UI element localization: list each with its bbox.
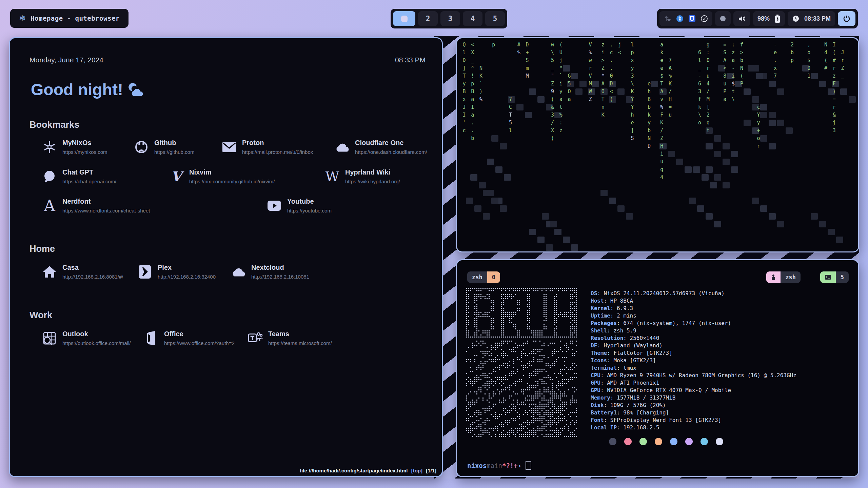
greeting-text: Good night! [31,80,123,99]
matrix-trail-block [828,229,835,235]
matrix-column: V%wrVMWZ [588,41,593,103]
matrix-trail-block [714,135,721,142]
palette-dot [670,438,677,445]
matrix-trail-block [546,244,553,251]
workspace-3[interactable]: 3 [440,11,460,26]
fastfetch-info: OS: NixOS 24.11.20240612.57d6973 (Vicuña… [591,290,796,432]
matrix-trail-block [723,159,730,165]
tmux-window-tab[interactable]: zsh 0 [467,271,500,283]
fetch-info-line: Icons: Moka [GTK2/3] [591,357,796,365]
matrix-trail-block [563,65,570,72]
bookmark-url: https://chat.openai.com/ [62,179,116,184]
fetch-info-line: Font: SFProDisplay Nerd Font 13 [GTK2/3] [591,417,796,424]
battery-status[interactable]: 98% [753,11,785,26]
bookmark-nextcloud[interactable]: Nextcloudhttp://192.168.2.16:10081 [231,264,309,280]
terminal-icon [820,271,836,283]
tray-icons-group[interactable] [659,11,712,26]
recorder-indicator[interactable] [715,11,731,26]
letter-w-icon: W [325,169,340,184]
bookmark-office[interactable]: Officehttps://www.office.com/?auth=2 [144,330,235,346]
matrix-column: 6l_-63fk\o [697,49,702,127]
matrix-trail-block [769,81,776,87]
bookmark-name: Teams [268,330,335,338]
clock-icon [792,15,800,22]
matrix-column: j< [617,41,622,57]
statusbar-tab-counter: [1/1] [426,468,436,473]
bookmark-mynixos[interactable]: MyNixOshttps://mynixos.com [42,139,107,155]
power-button[interactable] [838,11,855,26]
bookmark-url: https://www.nerdfonts.com/cheat-sheet [62,208,150,214]
matrix-column: QlD]TyBxJI'c [462,41,467,135]
house-icon [42,264,57,279]
bookmark-name: Github [154,139,194,147]
active-workspace-icon [401,16,408,22]
bookmark-hyprland-wiki[interactable]: WHyprland Wikihttps://wiki.hyprland.org/ [325,168,400,184]
bookmark-github[interactable]: Githubhttps://github.com [134,139,194,155]
matrix-trail-block [474,205,481,212]
matrix-trail-block [689,198,696,204]
fetch-info-line: OS: NixOS 24.11.20240612.57d6973 (Vicuña… [591,290,796,298]
qutebrowser-window: Monday, June 17, 2024 08:33 PM Good nigh… [9,37,443,477]
palette-dot [609,438,616,445]
workspace-4[interactable]: 4 [463,11,482,26]
bookmark-casa[interactable]: Casahttp://192.168.2.16:8081/#/ [42,264,123,280]
bookmark-url: https://www.office.com/?auth=2 [164,340,235,346]
workspace-2[interactable]: 2 [418,11,438,26]
bookmark-proton[interactable]: Protonhttps://mail.proton.me/u/0/inbox [222,139,313,155]
fetch-info-line: Local IP: 192.168.2.5 [591,424,796,432]
bookmark-name: Cloudflare One [355,139,427,147]
matrix-trail-block [483,213,490,220]
bluetooth-icon [676,15,684,22]
bookmark-chat-gpt[interactable]: Chat GPThttps://chat.openai.com/ [42,168,116,184]
fetch-info-line: Memory: 1577MiB / 31377MiB [591,394,796,402]
fastfetch-terminal-window[interactable]: zsh 0 zsh 5 OS: NixOS 24.11.20240612.57d… [456,259,859,477]
bookmark-teams[interactable]: Teamshttps://teams.microsoft.com/_ [248,330,335,346]
cmatrix-terminal-window[interactable]: QlD]TyBxJI'c<X_^!pBaIa..bNK`)%p?CT5l#%D+… [456,37,859,252]
statusbar-url: file:///home/hadi/.config/startpage/inde… [300,468,408,473]
fetch-info-line: Resolution: 868×488 [591,335,796,342]
matrix-trail-block [777,120,784,126]
shell-prompt: nixos main*?!+ › [467,461,531,470]
letter-a-icon: A [42,198,57,213]
bookmark-youtube[interactable]: Youtubehttps://youtube.com [267,198,332,214]
matrix-trail-block [676,159,683,165]
matrix-trail-block [769,112,776,118]
mail-icon [222,140,237,155]
tmux-session-pill[interactable]: 5 [820,271,849,283]
bookmark-url: https://wiki.hyprland.org/ [345,179,400,184]
workspace-1-active[interactable] [393,11,415,26]
workspace-5[interactable]: 5 [485,11,505,26]
matrix-trail-block [579,81,587,87]
bookmark-plex[interactable]: Plexhttp://192.168.2.16:32400 [137,264,216,280]
clock-widget[interactable]: 08:33 PM [788,11,835,26]
bookmark-name: Plex [158,264,216,271]
palette-dot [716,438,723,445]
statusbar-mode: [top] [409,468,425,473]
section-title-bookmarks: Bookmarks [29,120,79,130]
terminal-cursor [526,461,531,470]
bookmark-cloudflare-one[interactable]: Cloudflare Onehttps://one.dash.cloudflar… [335,139,427,155]
plex-icon [137,264,152,279]
bookmark-nixvim[interactable]: VNixvimhttps://nix-community.github.io/n… [169,168,275,184]
bookmark-nerdfont[interactable]: ANerdfonthttps://www.nerdfonts.com/cheat… [42,198,150,214]
matrix-column: ehBbkybND [647,80,652,150]
fetch-info-line: Kernel: 6.9.3 [591,305,796,312]
bookmark-url: http://192.168.2.16:8081/#/ [62,274,123,280]
tmux-user-pill[interactable]: zsh [766,271,801,283]
matrix-column: 2bp [790,41,794,64]
system-tray: 98% 08:33 PM [657,9,858,28]
fetch-info-line: Uptime: 2 mins [591,312,796,320]
tmux-user-shell: zsh [781,271,801,283]
matrix-column: ?CT5l [508,96,513,135]
bookmark-url: https://outlook.office.com/mail/ [62,340,131,346]
bookmark-url: https://nix-community.github.io/nixvim/ [189,179,275,184]
matrix-column: #% [516,41,521,57]
matrix-trail-block [563,237,570,243]
matrix-trail-block [731,151,738,157]
bookmark-name: Proton [242,139,313,147]
volume-control[interactable] [733,11,750,26]
nix-icon [42,140,57,155]
matrix-trail-block [769,143,776,149]
bookmark-outlook[interactable]: Outlookhttps://outlook.office.com/mail/ [42,330,131,346]
terminal-color-palette [609,438,723,445]
